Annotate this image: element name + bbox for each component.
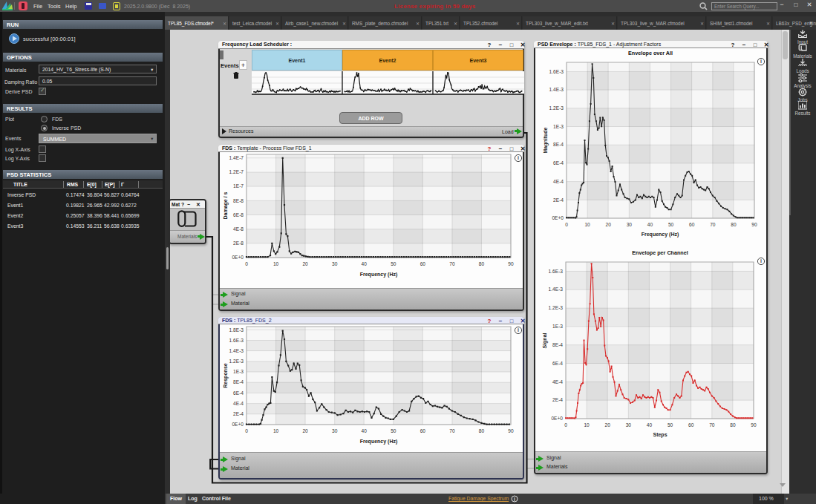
svg-text:1.2E-3: 1.2E-3 (549, 305, 564, 310)
svg-text:6E-4: 6E-4 (233, 390, 244, 396)
svg-text:1.6E-3: 1.6E-3 (549, 269, 564, 274)
svg-text:20: 20 (605, 422, 611, 428)
svg-text:50: 50 (391, 261, 396, 266)
svg-text:1.4E-3: 1.4E-3 (229, 348, 244, 353)
svg-text:6E-4: 6E-4 (552, 361, 563, 366)
svg-text:Envelope per Channel: Envelope per Channel (632, 249, 688, 256)
svg-text:1E-3: 1E-3 (552, 324, 563, 329)
svg-text:70: 70 (709, 422, 715, 428)
svg-text:80: 80 (479, 261, 485, 266)
svg-text:50: 50 (668, 422, 673, 428)
svg-text:60: 60 (420, 428, 426, 433)
svg-text:1.2E-3: 1.2E-3 (229, 359, 244, 364)
svg-text:50: 50 (391, 428, 396, 433)
svg-text:40: 40 (362, 428, 368, 433)
svg-text:1.8E-3: 1.8E-3 (229, 327, 244, 333)
svg-text:8E-4: 8E-4 (552, 342, 563, 347)
svg-text:30: 30 (626, 422, 632, 428)
svg-text:90: 90 (508, 261, 514, 266)
svg-text:1E-3: 1E-3 (553, 124, 564, 129)
svg-text:90: 90 (751, 422, 757, 428)
svg-text:0E+0: 0E+0 (232, 422, 244, 427)
svg-text:0: 0 (564, 422, 567, 428)
svg-text:90: 90 (751, 222, 757, 227)
svg-text:i: i (514, 497, 515, 502)
svg-text:Magnitude: Magnitude (543, 127, 549, 153)
svg-text:0: 0 (245, 261, 248, 266)
svg-text:50: 50 (668, 222, 674, 227)
svg-text:4E-4: 4E-4 (552, 379, 563, 384)
svg-text:6E-4: 6E-4 (553, 160, 564, 166)
svg-text:Damage / s: Damage / s (223, 192, 229, 219)
svg-text:Frequency (Hz): Frequency (Hz) (360, 272, 398, 278)
svg-text:1.4E-3: 1.4E-3 (549, 87, 564, 92)
svg-text:6E-8: 6E-8 (233, 212, 244, 217)
svg-text:30: 30 (627, 222, 633, 227)
svg-text:Frequency (Hz): Frequency (Hz) (360, 439, 398, 445)
svg-text:i: i (760, 59, 762, 64)
svg-text:2E-8: 2E-8 (233, 240, 244, 246)
svg-text:1.6E-3: 1.6E-3 (549, 69, 564, 74)
svg-text:Steps: Steps (653, 432, 667, 438)
svg-text:4E-4: 4E-4 (233, 401, 244, 406)
svg-text:0E+0: 0E+0 (232, 255, 244, 260)
svg-text:60: 60 (420, 261, 426, 266)
svg-text:0E+0: 0E+0 (551, 416, 563, 421)
svg-text:0E+0: 0E+0 (552, 215, 564, 220)
svg-text:0: 0 (245, 428, 248, 433)
svg-text:60: 60 (689, 222, 695, 227)
svg-text:90: 90 (508, 428, 514, 433)
svg-text:60: 60 (688, 422, 694, 428)
svg-text:30: 30 (332, 261, 338, 266)
svg-text:40: 40 (362, 261, 368, 266)
svg-text:2E-4: 2E-4 (553, 197, 564, 203)
svg-text:4E-4: 4E-4 (553, 179, 564, 184)
svg-text:Envelope over All: Envelope over All (628, 50, 673, 56)
svg-text:4E-8: 4E-8 (233, 226, 244, 232)
svg-text:1E-3: 1E-3 (233, 369, 244, 374)
svg-text:8E-8: 8E-8 (233, 198, 244, 203)
svg-text:80: 80 (731, 222, 737, 227)
svg-text:70: 70 (449, 261, 455, 266)
svg-text:i: i (518, 327, 519, 333)
svg-text:20: 20 (302, 261, 308, 266)
svg-text:10: 10 (584, 222, 590, 227)
svg-text:i: i (518, 155, 519, 160)
svg-text:1.2E-7: 1.2E-7 (229, 169, 244, 174)
svg-text:10: 10 (584, 422, 590, 428)
svg-text:40: 40 (647, 422, 653, 428)
svg-text:8E-4: 8E-4 (553, 142, 564, 147)
svg-text:8E-4: 8E-4 (233, 379, 244, 384)
svg-text:Frequency (Hz): Frequency (Hz) (642, 232, 679, 238)
svg-text:40: 40 (647, 222, 653, 227)
svg-text:20: 20 (606, 222, 612, 227)
svg-text:1E-7: 1E-7 (233, 183, 244, 189)
svg-text:2E-4: 2E-4 (552, 397, 563, 402)
svg-text:2E-4: 2E-4 (233, 411, 244, 416)
svg-text:70: 70 (710, 222, 716, 227)
svg-text:10: 10 (273, 428, 279, 433)
svg-text:70: 70 (449, 428, 455, 433)
svg-text:0: 0 (565, 222, 568, 227)
svg-text:1.4E-7: 1.4E-7 (229, 155, 244, 160)
svg-text:10: 10 (273, 261, 279, 266)
svg-text:80: 80 (730, 422, 736, 428)
svg-text:80: 80 (479, 428, 485, 433)
svg-text:20: 20 (302, 428, 308, 433)
svg-text:1.4E-3: 1.4E-3 (549, 287, 564, 292)
svg-text:i: i (760, 258, 762, 264)
svg-text:Response: Response (223, 363, 229, 388)
svg-text:1.6E-3: 1.6E-3 (229, 338, 244, 343)
svg-text:30: 30 (332, 428, 338, 433)
svg-text:Signal: Signal (542, 333, 548, 348)
svg-text:1.2E-3: 1.2E-3 (549, 105, 564, 111)
